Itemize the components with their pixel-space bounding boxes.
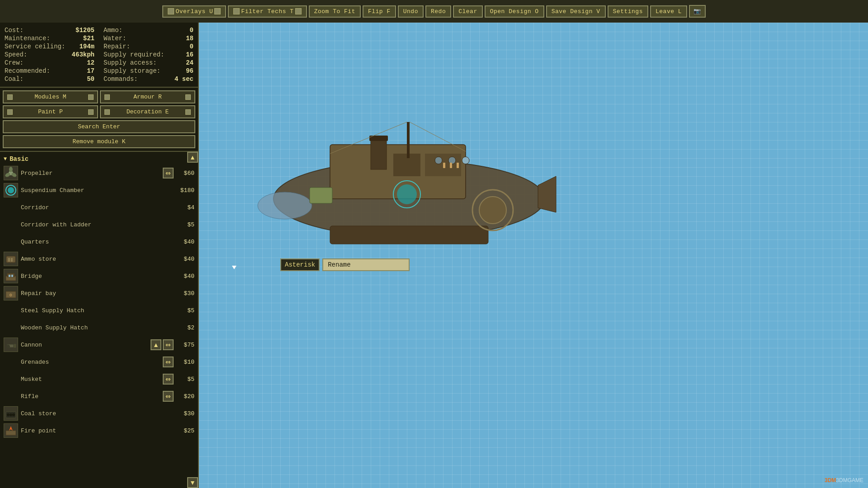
armour-button[interactable]: Armour R [100, 90, 195, 103]
rifle-flip-button[interactable]: ⇔ [163, 391, 174, 402]
rename-label: Asterisk [280, 258, 320, 271]
flip-button[interactable]: Flip F [363, 5, 396, 18]
svg-rect-33 [7, 273, 14, 277]
module-coal-store[interactable]: Coal store $30 [0, 405, 198, 422]
open-design-button[interactable]: Open design O [485, 5, 544, 18]
svg-rect-8 [393, 154, 420, 176]
stat-recommended: Recommended: 17 [5, 67, 94, 75]
stat-supply-required: Supply required: 16 [104, 51, 193, 59]
svg-point-43 [9, 413, 12, 416]
cannon-icon [4, 338, 18, 352]
armour-indicator [104, 94, 110, 100]
undo-button[interactable]: Undo [398, 5, 424, 18]
module-bridge[interactable]: Bridge $40 [0, 267, 198, 285]
svg-point-44 [12, 413, 15, 416]
svg-marker-46 [9, 426, 13, 431]
stat-maintenance: Maintenance: $21 [5, 34, 94, 42]
fire-point-icon [4, 423, 18, 438]
module-cannon[interactable]: Cannon ▲ ⇔ $75 [0, 336, 198, 353]
stat-water: Water: 18 [104, 34, 193, 42]
wooden-hatch-no-icon [4, 320, 18, 335]
module-list-container: ▼ Basic Propeller ⇔ $60 Suspendium Cha [0, 152, 198, 488]
module-corridor-ladder[interactable]: Corridor with Ladder $5 [0, 216, 198, 233]
quarters-no-icon [4, 235, 18, 249]
scroll-down-button[interactable]: ▼ [187, 477, 198, 488]
filter-indicator2 [295, 8, 302, 14]
cannon-flip-button[interactable]: ⇔ [163, 339, 174, 350]
ammo-store-icon [4, 252, 18, 266]
module-grenades[interactable]: Grenades ⇔ $10 [0, 353, 198, 371]
cannon-up-button[interactable]: ▲ [151, 339, 161, 350]
leave-button[interactable]: Leave L [650, 5, 687, 18]
svg-text:⚙: ⚙ [9, 293, 12, 298]
left-panel: Cost: $1205 Maintenance: $21 Service cei… [0, 23, 199, 488]
svg-point-11 [397, 184, 417, 204]
cannon-controls: ▲ ⇔ [151, 339, 174, 350]
module-corridor[interactable]: Corridor $4 [0, 199, 198, 216]
module-musket[interactable]: Musket ⇔ $5 [0, 371, 198, 388]
clear-button[interactable]: Clear [453, 5, 483, 18]
stat-ammo: Ammo: 0 [104, 26, 193, 34]
svg-point-42 [7, 413, 9, 416]
design-canvas[interactable] [199, 23, 868, 488]
armour-indicator2 [185, 94, 191, 100]
coal-store-icon [4, 406, 18, 421]
modules-button[interactable]: Modules M [3, 90, 98, 103]
suspendium-icon [4, 183, 18, 197]
stat-coal: Coal: 50 [5, 75, 94, 83]
module-quarters[interactable]: Quarters $40 [0, 233, 198, 250]
module-suspendium[interactable]: Suspendium Chamber $180 [0, 182, 198, 199]
stats-area: Cost: $1205 Maintenance: $21 Service cei… [0, 23, 198, 88]
svg-point-12 [258, 192, 312, 219]
rename-input[interactable] [322, 258, 410, 271]
svg-rect-16 [450, 163, 452, 168]
modules-indicator [7, 94, 13, 100]
decoration-button[interactable]: Decoration E [100, 105, 195, 118]
stat-supply-access: Supply access: 24 [104, 59, 193, 67]
overlays-indicator2 [214, 8, 221, 14]
filter-indicator [233, 8, 240, 14]
svg-rect-20 [310, 188, 332, 203]
svg-rect-39 [14, 344, 16, 348]
filter-techs-button[interactable]: Filter Techs T [228, 5, 307, 18]
paint-button[interactable]: Paint P [3, 105, 98, 118]
module-rifle[interactable]: Rifle ⇔ $20 [0, 388, 198, 405]
redo-button[interactable]: Redo [425, 5, 451, 18]
svg-rect-31 [11, 258, 13, 262]
musket-flip-button[interactable]: ⇔ [163, 374, 174, 385]
grenades-no-icon [4, 355, 18, 369]
module-propeller[interactable]: Propeller ⇔ $60 [0, 164, 198, 182]
svg-point-28 [8, 187, 14, 193]
grenades-flip-button[interactable]: ⇔ [163, 357, 174, 367]
propeller-flip-button[interactable]: ⇔ [163, 168, 174, 178]
save-design-button[interactable]: Save design V [546, 5, 606, 18]
svg-point-24 [9, 167, 13, 172]
stat-commands: Commands: 4 sec [104, 75, 193, 83]
corridor-ladder-no-icon [4, 217, 18, 232]
module-ammo-store[interactable]: Ammo store $40 [0, 250, 198, 267]
remove-module-button[interactable]: Remove module K [3, 135, 195, 148]
rifle-no-icon [4, 389, 18, 404]
svg-marker-13 [538, 176, 556, 212]
module-steel-hatch[interactable]: Steel Supply Hatch $5 [0, 302, 198, 319]
svg-point-7 [462, 157, 469, 164]
decoration-indicator2 [185, 109, 191, 115]
module-fire-point[interactable]: Fire point $25 [0, 422, 198, 439]
settings-button[interactable]: Settings [608, 5, 648, 18]
paint-indicator2 [88, 109, 94, 115]
screenshot-button[interactable]: 📷 [689, 5, 706, 18]
module-wooden-hatch[interactable]: Wooden Supply Hatch $2 [0, 319, 198, 336]
stat-cost: Cost: $1205 [5, 26, 94, 34]
svg-rect-17 [457, 163, 459, 168]
propeller-icon [4, 166, 18, 180]
svg-rect-14 [330, 226, 488, 244]
overlays-button[interactable]: Overlays U [162, 5, 226, 18]
module-list: ▼ Basic Propeller ⇔ $60 Suspendium Cha [0, 152, 198, 441]
rifle-controls: ⇔ [163, 391, 174, 402]
module-repair-bay[interactable]: ⚙ Repair bay $30 [0, 285, 198, 302]
zoom-to-fit-button[interactable]: Zoom to fit [309, 5, 361, 18]
stat-speed: Speed: 463kph [5, 51, 94, 59]
decoration-indicator [104, 109, 110, 115]
scroll-up-button[interactable]: ▲ [187, 152, 198, 163]
search-button[interactable]: Search Enter [3, 120, 195, 133]
